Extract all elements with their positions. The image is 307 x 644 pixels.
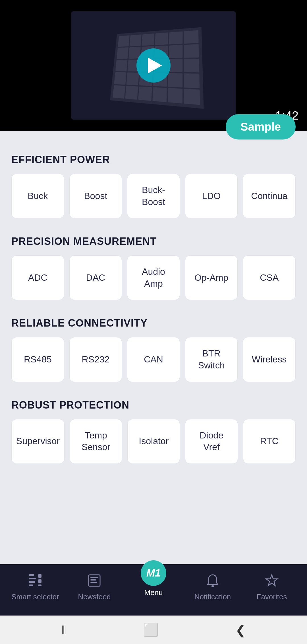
play-icon — [148, 58, 162, 73]
section-title-robust-protection: ROBUST PROTECTION — [11, 399, 296, 411]
efficient-power-grid: Buck Boost Buck-Boost LDO Continua — [11, 174, 296, 218]
favorites-label: Favorites — [257, 592, 287, 601]
favorites-icon — [264, 573, 279, 590]
home-button[interactable]: ⬜ — [140, 620, 161, 640]
svg-point-11 — [211, 585, 214, 587]
svg-rect-10 — [90, 582, 97, 583]
smart-selector-label: Smart selector — [11, 592, 59, 601]
section-efficient-power: EFFICIENT POWER Buck Boost Buck-Boost LD… — [11, 154, 296, 218]
card-rtc[interactable]: RTC — [243, 419, 296, 464]
svg-marker-12 — [266, 575, 277, 586]
section-precision-measurement: PRECISION MEASUREMENT ADC DAC Audio Amp … — [11, 235, 296, 300]
recent-apps-button[interactable]: ⦀ — [58, 620, 69, 640]
robust-protection-grid: Supervisor Temp Sensor Isolator Diode Vr… — [11, 419, 296, 464]
play-button[interactable] — [136, 48, 171, 83]
nav-menu[interactable]: M1 Menu — [124, 560, 183, 597]
svg-rect-3 — [29, 584, 33, 586]
notification-label: Notification — [194, 592, 231, 601]
card-can[interactable]: CAN — [127, 337, 180, 382]
menu-label: Menu — [144, 588, 163, 597]
smart-selector-icon — [28, 573, 43, 590]
svg-rect-9 — [90, 579, 96, 581]
video-thumbnail — [71, 11, 236, 120]
card-wireless[interactable]: Wireless — [243, 337, 296, 382]
bottom-navigation: Smart selector Newsfeed M1 Menu Notifica… — [0, 564, 307, 616]
card-diode-vref[interactable]: Diode Vref — [185, 419, 238, 464]
svg-rect-6 — [38, 584, 42, 586]
card-boost[interactable]: Boost — [69, 174, 122, 218]
card-isolator[interactable]: Isolator — [127, 419, 180, 464]
section-reliable-connectivity: RELIABLE CONNECTIVITY RS485 RS232 CAN BT… — [11, 317, 296, 382]
newsfeed-label: Newsfeed — [78, 592, 111, 601]
svg-rect-8 — [90, 577, 98, 578]
card-ldo[interactable]: LDO — [185, 174, 238, 218]
sample-button[interactable]: Sample — [226, 114, 296, 140]
svg-rect-4 — [38, 574, 42, 578]
precision-measurement-grid: ADC DAC Audio Amp Op-Amp CSA — [11, 255, 296, 300]
card-supervisor[interactable]: Supervisor — [11, 419, 65, 464]
card-btr-switch[interactable]: BTR Switch — [185, 337, 238, 382]
card-audio-amp[interactable]: Audio Amp — [127, 255, 180, 300]
card-csa[interactable]: CSA — [243, 255, 296, 300]
back-button[interactable]: ❮ — [233, 620, 249, 640]
menu-icon: M1 — [141, 560, 166, 586]
card-buck[interactable]: Buck — [11, 174, 64, 218]
card-rs485[interactable]: RS485 — [11, 337, 64, 382]
nav-notification[interactable]: Notification — [183, 573, 242, 601]
newsfeed-icon — [87, 573, 102, 590]
main-content: EFFICIENT POWER Buck Boost Buck-Boost LD… — [0, 131, 307, 564]
svg-rect-0 — [29, 574, 34, 576]
section-title-reliable-connectivity: RELIABLE CONNECTIVITY — [11, 317, 296, 329]
card-temp-sensor[interactable]: Temp Sensor — [70, 419, 122, 464]
video-section: 1:42 Sample — [0, 0, 307, 131]
card-adc[interactable]: ADC — [11, 255, 64, 300]
notification-icon — [205, 573, 220, 590]
nav-favorites[interactable]: Favorites — [242, 573, 301, 601]
nav-newsfeed[interactable]: Newsfeed — [65, 573, 124, 601]
card-buck-boost[interactable]: Buck-Boost — [127, 174, 180, 218]
card-dac[interactable]: DAC — [69, 255, 122, 300]
svg-rect-1 — [29, 578, 36, 579]
section-robust-protection: ROBUST PROTECTION Supervisor Temp Sensor… — [11, 399, 296, 464]
card-continua[interactable]: Continua — [243, 174, 296, 218]
card-op-amp[interactable]: Op-Amp — [185, 255, 238, 300]
reliable-connectivity-grid: RS485 RS232 CAN BTR Switch Wireless — [11, 337, 296, 382]
section-title-efficient-power: EFFICIENT POWER — [11, 154, 296, 166]
nav-smart-selector[interactable]: Smart selector — [6, 573, 65, 601]
section-title-precision-measurement: PRECISION MEASUREMENT — [11, 235, 296, 247]
system-navigation: ⦀ ⬜ ❮ — [0, 616, 307, 644]
svg-rect-2 — [29, 581, 35, 583]
svg-rect-5 — [38, 579, 42, 583]
card-rs232[interactable]: RS232 — [69, 337, 122, 382]
